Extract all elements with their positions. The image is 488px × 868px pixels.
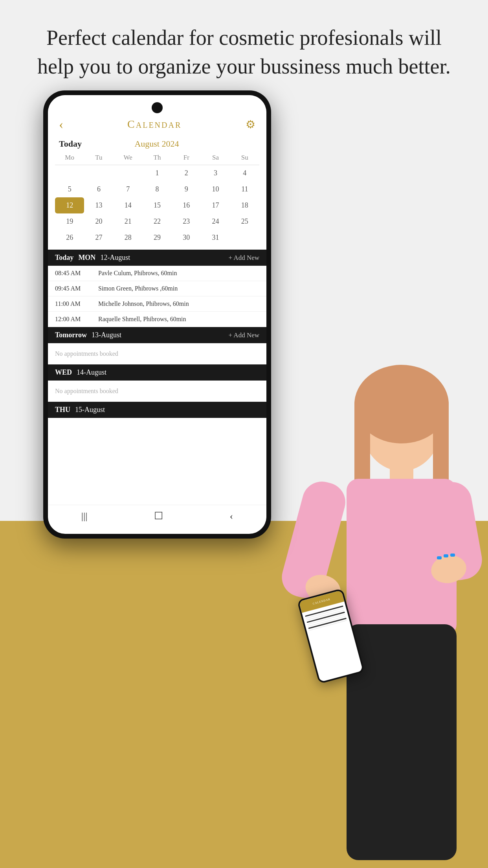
home-icon[interactable]: ☐ bbox=[154, 510, 163, 522]
cal-day-18[interactable]: 18 bbox=[230, 197, 259, 213]
appointment-time: 11:00 AM bbox=[55, 300, 98, 307]
day-header-sa: Sa bbox=[201, 152, 230, 163]
day-dow-0: MON bbox=[78, 254, 95, 262]
cal-day-16[interactable]: 16 bbox=[172, 197, 201, 213]
app-title: Calendar bbox=[127, 118, 182, 131]
day-header-th: Th bbox=[143, 152, 172, 163]
calendar-week-row: 567891011 bbox=[55, 181, 259, 197]
no-appointments-label: No appointments booked bbox=[48, 381, 266, 402]
calendar-grid: MoTuWeThFrSaSu 1234567891011121314151617… bbox=[48, 151, 266, 250]
calendar-week-row: 262728293031 bbox=[55, 230, 259, 246]
cal-day-23[interactable]: 23 bbox=[172, 213, 201, 230]
no-appointments-label: No appointments booked bbox=[48, 343, 266, 364]
calendar-week-row: 12131415161718 bbox=[55, 197, 259, 213]
cal-day-8[interactable]: 8 bbox=[143, 181, 172, 197]
add-new-button-0[interactable]: + Add New bbox=[228, 254, 259, 262]
day-headers: MoTuWeThFrSaSu bbox=[55, 152, 259, 165]
day-header-bar-1: Tomorrow13-August+ Add New bbox=[48, 327, 266, 343]
cal-day-empty bbox=[114, 165, 143, 181]
month-label: August 2024 bbox=[134, 139, 179, 149]
appointment-item[interactable]: 09:45 AMSimon Green, Phibrows ,60min bbox=[48, 281, 266, 296]
cal-day-5[interactable]: 5 bbox=[55, 181, 84, 197]
cal-day-10[interactable]: 10 bbox=[201, 181, 230, 197]
day-header-tu: Tu bbox=[84, 152, 113, 163]
cal-day-3[interactable]: 3 bbox=[201, 165, 230, 181]
cal-day-4[interactable]: 4 bbox=[230, 165, 259, 181]
menu-icon[interactable]: ||| bbox=[81, 510, 88, 522]
cal-day-empty bbox=[55, 165, 84, 181]
svg-rect-11 bbox=[444, 555, 448, 569]
cal-day-7[interactable]: 7 bbox=[114, 181, 143, 197]
svg-rect-16 bbox=[347, 624, 457, 860]
bottom-nav: ||| ☐ ‹ bbox=[48, 505, 266, 527]
cal-day-31[interactable]: 31 bbox=[201, 230, 230, 246]
cal-day-1[interactable]: 1 bbox=[143, 165, 172, 181]
cal-day-22[interactable]: 22 bbox=[143, 213, 172, 230]
cal-day-24[interactable]: 24 bbox=[201, 213, 230, 230]
app-header: ‹ Calendar ⚙ bbox=[48, 95, 266, 136]
appointments-section[interactable]: TodayMON12-August+ Add New08:45 AMPavle … bbox=[48, 250, 266, 418]
cal-day-21[interactable]: 21 bbox=[114, 213, 143, 230]
day-label-0: Today bbox=[55, 254, 73, 262]
phone-frame: ‹ Calendar ⚙ Today August 2024 MoTuWeThF… bbox=[43, 90, 271, 539]
day-label-2: WED bbox=[55, 368, 72, 377]
day-date-3: 15-August bbox=[75, 406, 105, 414]
cal-day-empty bbox=[84, 165, 113, 181]
day-header-su: Su bbox=[230, 152, 259, 163]
calendar-week-row: 1234 bbox=[55, 165, 259, 181]
day-header-bar-0: TodayMON12-August+ Add New bbox=[48, 250, 266, 266]
cal-day-30[interactable]: 30 bbox=[172, 230, 201, 246]
day-date-0: 12-August bbox=[100, 254, 130, 262]
tagline: Perfect calendar for cosmetic profesiona… bbox=[0, 0, 488, 97]
nav-back-icon[interactable]: ‹ bbox=[230, 510, 233, 522]
day-header-we: We bbox=[114, 152, 143, 163]
cal-day-2[interactable]: 2 bbox=[172, 165, 201, 181]
day-header-fr: Fr bbox=[172, 152, 201, 163]
camera-notch bbox=[152, 102, 163, 113]
svg-rect-12 bbox=[450, 555, 455, 568]
day-header-bar-2: WED14-August bbox=[48, 364, 266, 381]
cal-day-6[interactable]: 6 bbox=[84, 181, 113, 197]
cal-day-11[interactable]: 11 bbox=[230, 181, 259, 197]
today-label[interactable]: Today bbox=[59, 139, 82, 149]
appointment-details: Raquelle Shmell, Phibrows, 60min bbox=[98, 316, 186, 323]
day-date-1: 13-August bbox=[92, 331, 121, 339]
cal-day-29[interactable]: 29 bbox=[143, 230, 172, 246]
calendar-week-row: 19202122232425 bbox=[55, 213, 259, 230]
svg-rect-13 bbox=[437, 556, 442, 559]
day-label-3: THU bbox=[55, 406, 70, 414]
cal-day-17[interactable]: 17 bbox=[201, 197, 230, 213]
cal-day-13[interactable]: 13 bbox=[84, 197, 113, 213]
cal-day-27[interactable]: 27 bbox=[84, 230, 113, 246]
add-new-button-1[interactable]: + Add New bbox=[228, 331, 259, 339]
settings-button[interactable]: ⚙ bbox=[246, 118, 255, 131]
day-header-mo: Mo bbox=[55, 152, 84, 163]
cal-day-26[interactable]: 26 bbox=[55, 230, 84, 246]
appointment-details: Pavle Culum, Phibrows, 60min bbox=[98, 270, 177, 277]
appointment-time: 12:00 AM bbox=[55, 316, 98, 323]
appointment-time: 09:45 AM bbox=[55, 285, 98, 292]
cal-day-9[interactable]: 9 bbox=[172, 181, 201, 197]
day-header-bar-3: THU15-August bbox=[48, 402, 266, 418]
back-button[interactable]: ‹ bbox=[59, 117, 63, 132]
cal-day-12[interactable]: 12 bbox=[55, 197, 84, 213]
day-label-1: Tomorrow bbox=[55, 331, 87, 339]
cal-day-14[interactable]: 14 bbox=[114, 197, 143, 213]
cal-day-25[interactable]: 25 bbox=[230, 213, 259, 230]
appointment-time: 08:45 AM bbox=[55, 270, 98, 277]
appointment-item[interactable]: 08:45 AMPavle Culum, Phibrows, 60min bbox=[48, 266, 266, 281]
svg-rect-14 bbox=[444, 554, 448, 557]
cal-day-20[interactable]: 20 bbox=[84, 213, 113, 230]
svg-rect-15 bbox=[450, 554, 455, 557]
cal-day-28[interactable]: 28 bbox=[114, 230, 143, 246]
appointment-item[interactable]: 11:00 AMMichelle Johnson, Phibrows, 60mi… bbox=[48, 296, 266, 312]
day-date-2: 14-August bbox=[77, 368, 106, 377]
appointment-details: Simon Green, Phibrows ,60min bbox=[98, 285, 178, 292]
cal-day-19[interactable]: 19 bbox=[55, 213, 84, 230]
calendar-rows: 1234567891011121314151617181920212223242… bbox=[55, 165, 259, 246]
appointment-details: Michelle Johnson, Phibrows, 60min bbox=[98, 300, 189, 307]
appointment-item[interactable]: 12:00 AMRaquelle Shmell, Phibrows, 60min bbox=[48, 312, 266, 327]
cal-day-15[interactable]: 15 bbox=[143, 197, 172, 213]
cal-day-empty bbox=[230, 230, 259, 246]
calendar-top-row: Today August 2024 bbox=[48, 136, 266, 151]
